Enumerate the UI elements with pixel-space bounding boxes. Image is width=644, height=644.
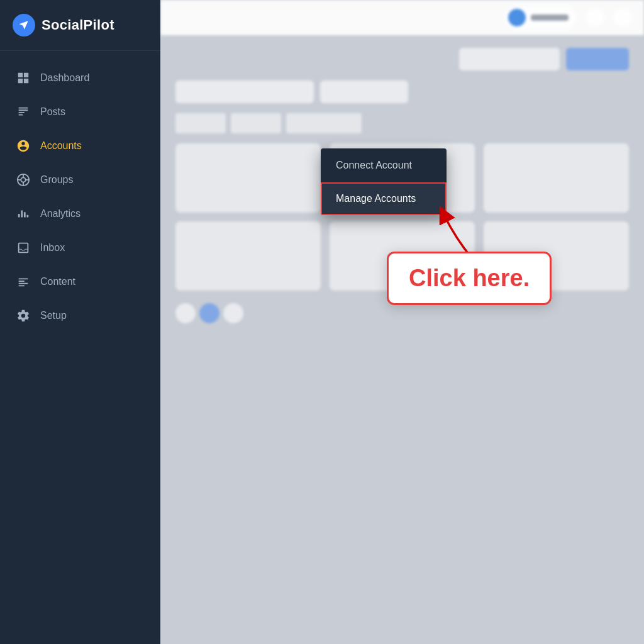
page-prev	[175, 303, 196, 323]
sidebar-label-content: Content	[40, 276, 75, 287]
accounts-dropdown-menu: Connect Account Manage Accounts	[321, 148, 447, 215]
filter-bar	[175, 80, 629, 103]
search-input-fake	[175, 80, 314, 103]
sidebar-label-posts: Posts	[40, 106, 65, 118]
sidebar-label-setup: Setup	[40, 310, 67, 321]
nav-items: Dashboard Posts Accounts Groups Analytic	[0, 51, 160, 644]
dashboard-icon	[15, 70, 31, 86]
user-info	[506, 6, 576, 29]
sidebar-label-analytics: Analytics	[40, 208, 80, 219]
groups-icon	[15, 172, 31, 188]
setup-icon	[15, 308, 31, 324]
pagination	[175, 303, 629, 323]
tabs-row	[175, 113, 629, 133]
sidebar-item-analytics[interactable]: Analytics	[0, 197, 160, 231]
sidebar-item-posts[interactable]: Posts	[0, 95, 160, 129]
account-card-3	[484, 143, 629, 213]
account-card-1	[175, 143, 321, 213]
logo-text: SocialPilot	[42, 17, 114, 33]
analytics-icon	[15, 206, 31, 222]
sidebar-item-setup[interactable]: Setup	[0, 299, 160, 333]
inbox-icon	[15, 240, 31, 256]
sidebar-label-dashboard: Dashboard	[40, 72, 89, 84]
tab-clients	[231, 113, 281, 133]
logo-area: SocialPilot	[0, 0, 160, 51]
sidebar-item-dashboard[interactable]: Dashboard	[0, 61, 160, 95]
tab-connected-by	[286, 113, 362, 133]
sidebar-label-accounts: Accounts	[40, 140, 82, 152]
sidebar-item-accounts[interactable]: Accounts	[0, 129, 160, 163]
content-icon	[15, 274, 31, 290]
svg-point-1	[21, 177, 25, 182]
main-content-area: Connect Account Manage Accounts Click he…	[160, 0, 644, 644]
connect-btn	[566, 48, 629, 70]
topbar	[160, 0, 644, 35]
logo-icon	[13, 14, 35, 36]
sidebar-label-groups: Groups	[40, 174, 73, 186]
accounts-connected-btn	[459, 48, 560, 70]
filter-accounts-fake	[320, 80, 408, 103]
sidebar-item-groups[interactable]: Groups	[0, 163, 160, 197]
accounts-icon	[15, 138, 31, 154]
sidebar-item-inbox[interactable]: Inbox	[0, 231, 160, 265]
account-card-4	[175, 221, 321, 291]
posts-icon	[15, 104, 31, 120]
sidebar-item-content[interactable]: Content	[0, 265, 160, 299]
sidebar: SocialPilot Dashboard Posts Accounts G	[0, 0, 160, 644]
dropdown-manage-accounts[interactable]: Manage Accounts	[321, 182, 447, 215]
tab-all	[175, 113, 226, 133]
dropdown-connect-account[interactable]: Connect Account	[321, 148, 447, 182]
user-name	[531, 14, 569, 21]
notifications-icon	[614, 9, 631, 26]
user-avatar	[508, 9, 526, 26]
settings-icon	[586, 9, 604, 26]
sidebar-label-inbox: Inbox	[40, 242, 65, 253]
click-here-annotation: Click here.	[387, 252, 552, 305]
page-2	[223, 303, 243, 323]
click-here-text: Click here.	[409, 265, 530, 291]
page-1	[199, 303, 219, 323]
toolbar	[175, 48, 629, 70]
